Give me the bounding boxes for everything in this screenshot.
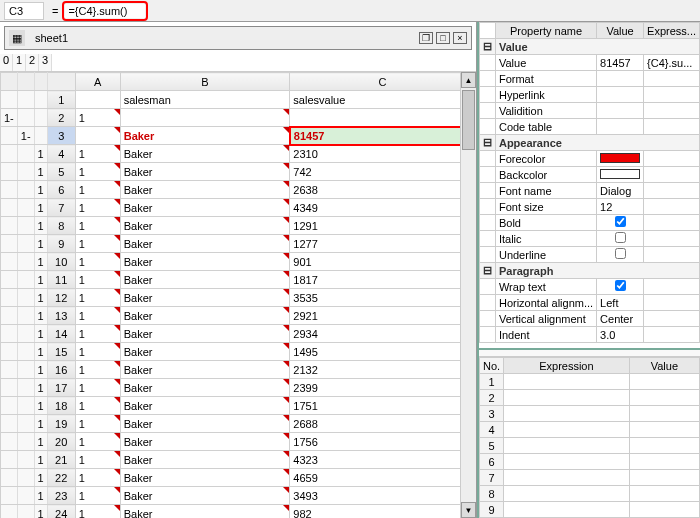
row-header[interactable]: 14 (47, 325, 75, 343)
prop-expr[interactable] (644, 87, 700, 103)
cell[interactable]: 1 (75, 451, 120, 469)
cell[interactable]: 1 (75, 397, 120, 415)
row-header[interactable]: 16 (47, 361, 75, 379)
outline-gutter[interactable] (17, 109, 34, 127)
outline-level-0[interactable]: 0 (0, 54, 13, 71)
outline-gutter[interactable] (17, 307, 34, 325)
outline-gutter[interactable] (1, 253, 18, 271)
outline-gutter[interactable] (1, 487, 18, 505)
expr-cell[interactable] (504, 406, 630, 422)
outline-gutter[interactable] (1, 469, 18, 487)
outline-gutter[interactable] (17, 415, 34, 433)
outline-gutter[interactable] (17, 289, 34, 307)
cell[interactable]: salesman (120, 91, 290, 109)
outline-gutter[interactable] (17, 235, 34, 253)
cell[interactable]: 2132 (290, 361, 475, 379)
scroll-thumb[interactable] (462, 90, 475, 150)
prop-expr[interactable] (644, 183, 700, 199)
outline-gutter[interactable] (1, 343, 18, 361)
outline-gutter[interactable] (1, 91, 18, 109)
formula-input[interactable] (65, 4, 145, 18)
outline-gutter[interactable]: 1 (34, 253, 47, 271)
cell[interactable]: 1817 (290, 271, 475, 289)
outline-gutter[interactable]: 1 (34, 163, 47, 181)
expr-value-cell[interactable] (629, 406, 699, 422)
row-header[interactable]: 4 (47, 145, 75, 163)
expr-value-cell[interactable] (629, 454, 699, 470)
tree-collapse-icon[interactable]: ⊟ (479, 135, 495, 151)
cell[interactable]: Baker (120, 163, 290, 181)
cell[interactable]: Baker (120, 505, 290, 519)
prop-value[interactable] (597, 279, 644, 295)
outline-gutter[interactable]: 1 (34, 145, 47, 163)
expr-cell[interactable] (504, 422, 630, 438)
row-header[interactable]: 23 (47, 487, 75, 505)
cell[interactable]: Baker (120, 307, 290, 325)
row-header[interactable]: 7 (47, 199, 75, 217)
cell[interactable]: 1 (75, 325, 120, 343)
row-header[interactable]: 18 (47, 397, 75, 415)
outline-gutter[interactable] (17, 181, 34, 199)
prop-value[interactable] (597, 247, 644, 263)
prop-value[interactable] (597, 87, 644, 103)
outline-gutter[interactable] (17, 325, 34, 343)
row-header[interactable]: 17 (47, 379, 75, 397)
prop-value[interactable]: Dialog (597, 183, 644, 199)
cell[interactable]: 1 (75, 469, 120, 487)
outline-gutter[interactable] (17, 397, 34, 415)
prop-expr[interactable] (644, 231, 700, 247)
cell[interactable]: 4323 (290, 451, 475, 469)
expr-cell[interactable] (504, 390, 630, 406)
expr-value-cell[interactable] (629, 470, 699, 486)
prop-value[interactable]: 3.0 (597, 327, 644, 343)
cell[interactable]: 1 (75, 145, 120, 163)
cell[interactable]: 1 (75, 307, 120, 325)
prop-value[interactable] (597, 231, 644, 247)
cell[interactable]: Baker (120, 451, 290, 469)
prop-expr[interactable] (644, 119, 700, 135)
row-header[interactable]: 8 (47, 217, 75, 235)
prop-expr[interactable] (644, 199, 700, 215)
outline-level-2[interactable]: 2 (26, 54, 39, 71)
outline-gutter[interactable] (17, 91, 34, 109)
row-header[interactable]: 13 (47, 307, 75, 325)
col-header-c[interactable]: C (290, 73, 475, 91)
prop-value[interactable]: 12 (597, 199, 644, 215)
cell[interactable]: Baker (120, 145, 290, 163)
row-header[interactable]: 22 (47, 469, 75, 487)
row-header[interactable]: 12 (47, 289, 75, 307)
cell[interactable]: 1 (75, 235, 120, 253)
outline-gutter[interactable] (1, 505, 18, 519)
checkbox[interactable] (615, 232, 626, 243)
cell[interactable]: 1 (75, 361, 120, 379)
cell[interactable]: 1 (75, 505, 120, 519)
cell[interactable]: 2688 (290, 415, 475, 433)
outline-gutter[interactable]: 1- (1, 109, 18, 127)
cell[interactable]: Baker (120, 415, 290, 433)
grid-scroll[interactable]: A B C 1salesmansalesvalue1-211-3Baker814… (0, 72, 476, 518)
outline-gutter[interactable] (17, 145, 34, 163)
row-header[interactable]: 3 (47, 127, 75, 145)
outline-gutter[interactable]: 1 (34, 433, 47, 451)
expr-cell[interactable] (504, 438, 630, 454)
expr-cell[interactable] (504, 502, 630, 518)
expr-value-cell[interactable] (629, 374, 699, 390)
outline-gutter[interactable] (17, 217, 34, 235)
cell[interactable] (290, 109, 475, 127)
cell[interactable]: Baker (120, 289, 290, 307)
prop-expr[interactable]: {C4}.su... (644, 55, 700, 71)
outline-gutter[interactable] (17, 361, 34, 379)
prop-expr[interactable] (644, 311, 700, 327)
prop-expr[interactable] (644, 103, 700, 119)
cell[interactable]: 1 (75, 289, 120, 307)
cell[interactable]: 901 (290, 253, 475, 271)
scroll-down-icon[interactable]: ▼ (461, 502, 476, 518)
cell[interactable]: 2638 (290, 181, 475, 199)
outline-level-3[interactable]: 3 (39, 54, 52, 71)
outline-gutter[interactable] (17, 433, 34, 451)
outline-gutter[interactable] (17, 505, 34, 519)
cell[interactable]: Baker (120, 127, 290, 145)
outline-gutter[interactable] (1, 271, 18, 289)
cell[interactable]: Baker (120, 469, 290, 487)
col-header-b[interactable]: B (120, 73, 290, 91)
